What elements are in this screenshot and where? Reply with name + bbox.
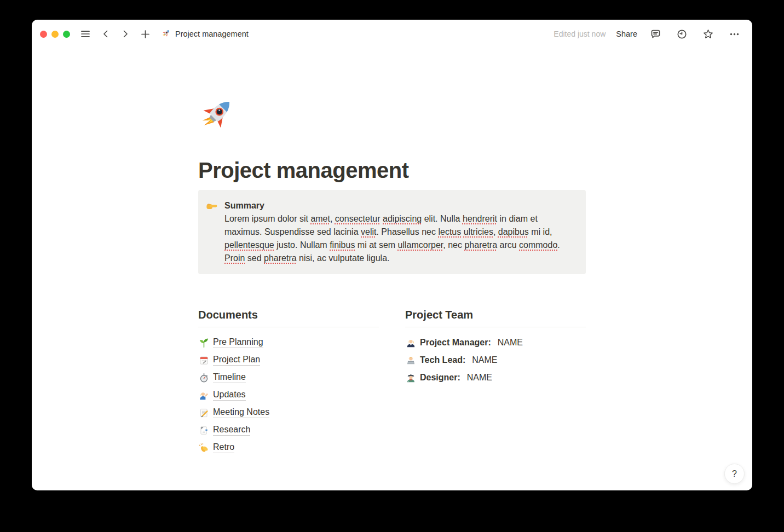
doc-link-label: Retro bbox=[213, 442, 234, 453]
doc-link-research[interactable]: Research bbox=[198, 421, 379, 439]
doc-link-label: Updates bbox=[213, 390, 246, 401]
doc-link-label: Project Plan bbox=[213, 355, 260, 366]
hamburger-icon bbox=[80, 28, 91, 39]
divider bbox=[405, 327, 586, 327]
doc-link-label: Meeting Notes bbox=[213, 407, 269, 418]
team-member-designer: Designer:NAME bbox=[405, 369, 586, 386]
page-icon-rocket-emoji[interactable] bbox=[198, 95, 237, 133]
stopwatch-emoji bbox=[198, 373, 209, 383]
callout-body: Lorem ipsum dolor sit amet, consectetur … bbox=[224, 212, 577, 265]
pointing-right-emoji bbox=[206, 199, 219, 265]
comment-icon bbox=[650, 28, 661, 40]
history-button[interactable] bbox=[674, 26, 690, 42]
doc-link-label: Timeline bbox=[213, 372, 246, 383]
artist-emoji bbox=[405, 373, 416, 383]
close-window-button[interactable] bbox=[40, 31, 47, 38]
minimize-window-button[interactable] bbox=[51, 31, 59, 38]
team-member-role: Tech Lead: bbox=[420, 355, 465, 365]
doc-link-pre-planning[interactable]: Pre Planning bbox=[198, 334, 379, 351]
doc-link-label: Pre Planning bbox=[213, 337, 263, 348]
memo-emoji bbox=[198, 408, 209, 418]
zoom-window-button[interactable] bbox=[63, 31, 70, 38]
breadcrumb[interactable]: Project management bbox=[162, 28, 249, 40]
edited-timestamp: Edited just now bbox=[554, 30, 606, 38]
team-member-name: NAME bbox=[467, 373, 492, 383]
bookmark-tabs-emoji bbox=[198, 425, 209, 436]
doc-link-label: Research bbox=[213, 425, 250, 436]
summary-callout: Summary Lorem ipsum dolor sit amet, cons… bbox=[198, 190, 586, 274]
doc-link-retro[interactable]: Retro bbox=[198, 439, 379, 456]
breadcrumb-title: Project management bbox=[175, 30, 249, 38]
technologist-emoji bbox=[405, 355, 416, 366]
ellipsis-icon bbox=[729, 28, 740, 40]
clapping-hands-emoji bbox=[198, 443, 209, 453]
sidebar-toggle-button[interactable] bbox=[78, 26, 93, 42]
doc-link-meeting-notes[interactable]: Meeting Notes bbox=[198, 404, 379, 421]
team-member-role: Project Manager: bbox=[420, 338, 491, 348]
favorite-button[interactable] bbox=[700, 26, 716, 42]
chevron-right-icon bbox=[120, 29, 130, 39]
page-title: Project management bbox=[198, 158, 586, 183]
back-button[interactable] bbox=[99, 27, 113, 41]
plus-icon bbox=[140, 29, 151, 39]
team-member-name: NAME bbox=[498, 338, 523, 348]
team-member-tech-lead: Tech Lead:NAME bbox=[405, 351, 586, 369]
star-icon bbox=[702, 28, 714, 40]
calendar-emoji bbox=[198, 355, 209, 366]
team-member-project-manager: Project Manager:NAME bbox=[405, 334, 586, 351]
forward-button[interactable] bbox=[118, 27, 132, 41]
more-options-button[interactable] bbox=[727, 26, 742, 42]
doc-link-project-plan[interactable]: Project Plan bbox=[198, 351, 379, 369]
doc-link-timeline[interactable]: Timeline bbox=[198, 369, 379, 386]
new-page-button[interactable] bbox=[138, 27, 153, 42]
comments-button[interactable] bbox=[648, 26, 664, 42]
callout-heading: Summary bbox=[224, 199, 577, 212]
divider bbox=[198, 327, 379, 327]
project-team-heading: Project Team bbox=[405, 309, 586, 327]
traffic-lights bbox=[40, 31, 70, 38]
doc-link-updates[interactable]: Updates bbox=[198, 386, 379, 404]
app-window: Project management Edited just now Share bbox=[32, 20, 752, 490]
titlebar: Project management Edited just now Share bbox=[32, 20, 752, 48]
team-member-role: Designer: bbox=[420, 373, 460, 383]
woman-office-worker-emoji bbox=[405, 338, 416, 348]
team-member-name: NAME bbox=[472, 355, 497, 365]
share-button[interactable]: Share bbox=[616, 30, 637, 38]
documents-heading: Documents bbox=[198, 309, 379, 327]
person-tipping-hand-emoji bbox=[198, 390, 209, 401]
page-scroll-area[interactable]: Project management Summary Lorem ipsum d… bbox=[32, 48, 752, 490]
rocket-icon bbox=[162, 28, 171, 40]
seedling-emoji bbox=[198, 338, 209, 348]
help-button[interactable]: ? bbox=[724, 464, 745, 484]
documents-column: Documents Pre Planning Project Plan Time… bbox=[198, 309, 379, 456]
history-clock-icon bbox=[676, 28, 688, 40]
chevron-left-icon bbox=[101, 29, 111, 39]
project-team-column: Project Team Project Manager:NAME Tech L… bbox=[405, 309, 586, 456]
